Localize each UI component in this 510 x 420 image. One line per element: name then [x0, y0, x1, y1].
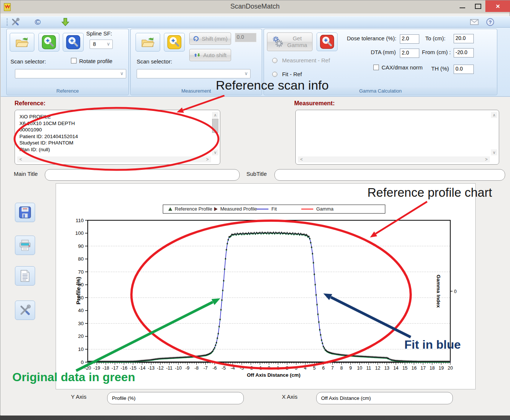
about-toolbar-button[interactable]: © [33, 17, 43, 27]
legend-line-icon [256, 209, 268, 209]
mail-toolbar-button[interactable] [469, 17, 479, 27]
help-toolbar-button[interactable]: ? [485, 17, 495, 27]
svg-text:2: 2 [286, 365, 289, 371]
svg-text:0: 0 [81, 360, 84, 365]
measurement-horizontal-scrollbar[interactable]: < > [298, 156, 490, 162]
scroll-right-icon[interactable]: > [206, 156, 209, 162]
chevron-down-icon: ∨ [244, 71, 248, 76]
svg-text:14: 14 [393, 365, 398, 371]
scroll-up-icon[interactable]: ∧ [491, 112, 497, 118]
close-button[interactable]: × [485, 0, 510, 12]
y-axis-title: Profile (%) [75, 277, 81, 304]
screen: ScanDoseMatch × © [0, 0, 510, 420]
to-input[interactable]: 20.0 [454, 34, 474, 43]
svg-text:-14: -14 [139, 365, 146, 371]
get-gamma-button[interactable]: Get Gamma [267, 32, 312, 51]
tools-icon [19, 304, 31, 317]
print-button[interactable] [15, 236, 35, 255]
radio-measurement-ref[interactable]: Measurement - Ref [272, 57, 330, 64]
shift-button[interactable]: Shift (mm) [189, 32, 231, 45]
save-button[interactable] [15, 203, 35, 222]
gears-icon [272, 36, 283, 48]
floppy-disk-icon [19, 206, 31, 219]
subtitle-input[interactable] [274, 169, 505, 181]
svg-text:-8: -8 [195, 365, 199, 371]
x-axis-field-label: X Axis [282, 393, 298, 400]
th-input[interactable]: 0.0 [454, 65, 474, 74]
spline-sf-label: Spline SF: [86, 30, 112, 37]
measurement-scan-selector-combo[interactable]: ∨ [137, 69, 251, 78]
title-bar: ScanDoseMatch × [0, 0, 510, 13]
svg-text:9: 9 [349, 365, 352, 371]
svg-text:15: 15 [402, 365, 408, 371]
zoom-reference-button[interactable] [38, 33, 59, 52]
legend-triangle-right-icon [214, 207, 218, 211]
annotation-text-reference-profile-chart: Reference profile chart [367, 186, 492, 200]
y-axis-input[interactable] [107, 392, 244, 404]
svg-text:30: 30 [78, 321, 84, 326]
reference-scan-selector-combo[interactable]: ∨ [15, 69, 126, 78]
scroll-left-icon[interactable]: < [19, 156, 22, 162]
zoom-gamma-button[interactable] [317, 32, 338, 51]
svg-text:-3: -3 [240, 365, 244, 371]
tools-toolbar-button[interactable] [10, 17, 20, 27]
spline-sf-select[interactable]: 8 ∨ [90, 40, 113, 49]
reference-info-line: Studyset ID: PHANTOM [19, 140, 78, 146]
maximize-button[interactable] [470, 0, 485, 12]
report-button[interactable] [15, 266, 35, 286]
open-measurement-button[interactable] [136, 33, 160, 52]
toolbar-grip [7, 18, 9, 26]
scroll-right-icon[interactable]: > [485, 156, 488, 162]
dta-input[interactable]: 2.0 [400, 49, 419, 58]
download-toolbar-button[interactable] [60, 17, 70, 27]
green-down-arrow-icon [61, 18, 69, 27]
x-axis-input[interactable] [316, 392, 453, 404]
svg-text:-10: -10 [175, 365, 182, 371]
ribbon-group-reference: Spline SF: 8 ∨ Scan selector: Rotate pro… [6, 29, 129, 95]
reference-scan-selector-label: Scan selector: [10, 58, 46, 65]
svg-text:3: 3 [295, 365, 298, 371]
measurement-vertical-scrollbar[interactable]: ∧ ∨ [491, 112, 497, 155]
svg-text:10: 10 [357, 365, 362, 371]
copyright-icon: © [35, 18, 40, 27]
radio-fit-ref-label: Fit - Ref [282, 71, 302, 77]
taskbar[interactable] [0, 416, 510, 420]
radio-fit-ref[interactable]: Fit - Ref [272, 71, 302, 78]
reference-info-text: XiO PROFILEX6 10X10 10CM DEPTH00001090Pa… [19, 113, 78, 153]
svg-text:18: 18 [429, 365, 435, 371]
from-input[interactable]: -20.0 [454, 48, 474, 57]
spline-sf-value: 8 [93, 41, 96, 47]
zoom-out-reference-button[interactable] [63, 33, 84, 52]
svg-text:-4: -4 [231, 365, 235, 371]
chevron-down-icon: ∨ [120, 71, 124, 76]
auto-shift-button[interactable]: Auto shift [189, 49, 231, 61]
legend-label: Fit [271, 206, 277, 212]
document-icon [19, 270, 31, 282]
scrollbar-thumb[interactable] [212, 119, 218, 133]
scroll-left-icon[interactable]: < [300, 156, 303, 162]
shift-button-label: Shift (mm) [202, 35, 227, 42]
scroll-down-icon[interactable]: ∨ [491, 149, 497, 155]
annotation-text-reference-scan-info: Reference scan info [216, 78, 329, 93]
minimize-button[interactable] [454, 0, 470, 12]
cax-dmax-norm-checkbox[interactable] [373, 65, 379, 70]
reference-panel-title: Reference: [15, 100, 46, 107]
measurement-info-box[interactable]: ∧ ∨ < > [295, 110, 499, 165]
radio-circle-icon [272, 58, 277, 63]
zoom-measurement-button[interactable] [164, 33, 185, 52]
svg-text:16: 16 [411, 365, 417, 371]
legend-label: Measured Profile [220, 206, 257, 212]
main-title-input[interactable] [45, 169, 240, 181]
settings-button[interactable] [15, 301, 35, 320]
reference-info-box[interactable]: XiO PROFILEX6 10X10 10CM DEPTH00001090Pa… [15, 110, 220, 165]
reference-vertical-scrollbar[interactable]: ∧ ∨ [212, 112, 218, 155]
legend-triangle-up-icon [168, 207, 172, 211]
rotate-profile-checkbox[interactable] [71, 58, 77, 63]
svg-text:?: ? [489, 19, 492, 25]
open-folder-icon [141, 36, 155, 48]
reference-horizontal-scrollbar[interactable]: < > [17, 156, 211, 162]
open-reference-button[interactable] [10, 33, 34, 52]
dose-tolerance-input[interactable]: 2.0 [400, 34, 419, 44]
scroll-up-icon[interactable]: ∧ [212, 112, 218, 118]
scroll-down-icon[interactable]: ∨ [212, 149, 218, 155]
